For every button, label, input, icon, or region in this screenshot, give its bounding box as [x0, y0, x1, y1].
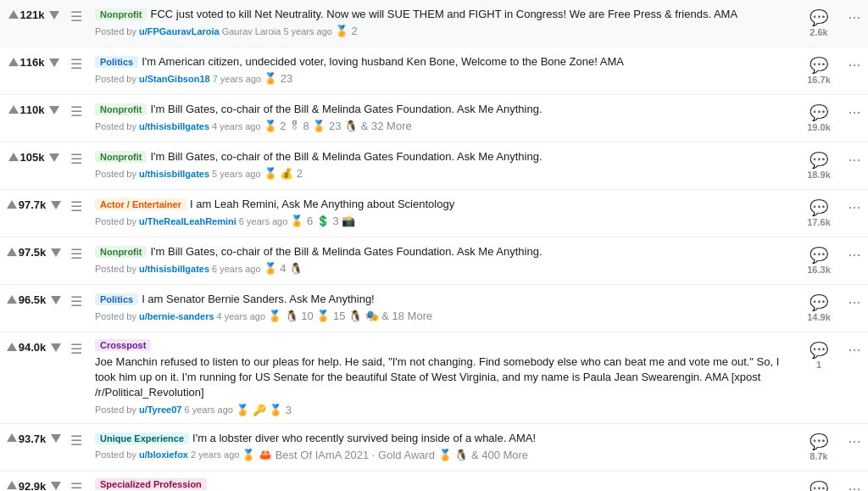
- upvote-arrow-icon[interactable]: [8, 105, 19, 114]
- post-flair[interactable]: Nonprofit: [95, 103, 147, 115]
- post-time: 6 years ago: [184, 405, 232, 415]
- comment-col[interactable]: 💬 19.0k: [793, 102, 844, 132]
- vote-column: 105k: [3, 149, 64, 164]
- post-title[interactable]: Joe Manchin refused to listen to our ple…: [95, 354, 787, 401]
- post-flair[interactable]: Nonprofit: [95, 8, 147, 20]
- post-title[interactable]: I am Senator Bernie Sanders. Ask Me Anyt…: [142, 292, 375, 307]
- more-options-button[interactable]: ···: [844, 244, 865, 264]
- doc-icon: ☰: [70, 103, 82, 120]
- upvote-arrow-icon[interactable]: [7, 433, 17, 442]
- comment-icon: 💬: [810, 432, 828, 451]
- downvote-arrow-icon[interactable]: [51, 296, 61, 304]
- post-flair[interactable]: Politics: [95, 293, 138, 305]
- post-title[interactable]: I'm a lobster diver who recently survive…: [192, 431, 536, 446]
- post-username[interactable]: u/thisisbillgates: [139, 169, 209, 179]
- downvote-arrow-icon[interactable]: [51, 248, 61, 257]
- comment-col[interactable]: 💬 1: [793, 339, 844, 370]
- post-username[interactable]: u/FPGauravLaroia: [139, 26, 220, 36]
- comment-col[interactable]: 💬 2.6k: [793, 7, 844, 37]
- doc-icon: ☰: [70, 151, 82, 167]
- comment-col[interactable]: 💬 8.7k: [793, 431, 844, 461]
- downvote-arrow-icon[interactable]: [51, 201, 61, 209]
- downvote-arrow-icon[interactable]: [51, 482, 61, 490]
- upvote-arrow-icon[interactable]: [7, 200, 17, 209]
- post-username[interactable]: u/bloxiefox: [139, 449, 188, 460]
- post-badges: 🏅 4 🐧: [264, 262, 303, 275]
- post-flair[interactable]: Actor / Entertainer: [95, 198, 186, 210]
- post-username[interactable]: u/StanGibson18: [139, 74, 210, 84]
- vote-count: 110k: [20, 103, 45, 116]
- downvote-arrow-icon[interactable]: [49, 153, 59, 162]
- post-time: 5 years ago: [212, 169, 260, 179]
- post-badges: 🏅 6 💲 3 📸: [290, 215, 355, 227]
- more-options-button[interactable]: ···: [844, 431, 865, 450]
- comment-col[interactable]: 💬 17.6k: [793, 197, 844, 227]
- downvote-arrow-icon[interactable]: [51, 343, 61, 352]
- comment-col[interactable]: 💬 4.1k: [793, 478, 844, 491]
- vote-column: 94.0k: [3, 339, 64, 354]
- post-flair[interactable]: Specialized Profession: [95, 478, 207, 490]
- more-options-button[interactable]: ···: [844, 478, 865, 491]
- post-flair[interactable]: Unique Experience: [95, 432, 189, 444]
- post-title[interactable]: I'm Bill Gates, co-chair of the Bill & M…: [150, 102, 542, 117]
- more-options-button[interactable]: ···: [844, 292, 865, 311]
- more-options-button[interactable]: ···: [844, 54, 865, 74]
- post-flair[interactable]: Nonprofit: [95, 246, 147, 258]
- more-options-button[interactable]: ···: [844, 149, 865, 169]
- post-username[interactable]: u/Tyree07: [139, 405, 182, 415]
- comment-icon: 💬: [810, 8, 828, 27]
- post-title[interactable]: I'm Bill Gates, co-chair of the Bill & M…: [150, 149, 542, 165]
- comment-col[interactable]: 💬 18.9k: [793, 149, 844, 180]
- comment-col[interactable]: 💬 16.7k: [793, 54, 844, 85]
- vote-column: 96.5k: [3, 292, 64, 306]
- upvote-arrow-icon[interactable]: [7, 343, 17, 351]
- post-username[interactable]: u/bernie-sanders: [139, 311, 214, 321]
- post-username[interactable]: u/TheRealLeahRemini: [139, 216, 236, 226]
- posted-by-label: Posted by: [95, 121, 136, 131]
- post-badges: 🏅 💰 2: [264, 167, 303, 180]
- upvote-arrow-icon[interactable]: [8, 153, 19, 161]
- post-row: 92.9k ☰ Specialized Profession I'm Alan …: [0, 471, 868, 491]
- post-icon-col: ☰: [64, 7, 88, 25]
- upvote-arrow-icon[interactable]: [8, 10, 19, 19]
- post-meta: Posted by u/thisisbillgates 4 years ago …: [95, 120, 787, 132]
- more-options-button[interactable]: ···: [844, 339, 865, 359]
- comment-count: 18.9k: [807, 170, 831, 180]
- more-options-button[interactable]: ···: [844, 102, 865, 121]
- post-meta: Posted by u/thisisbillgates 6 years ago …: [95, 262, 787, 275]
- downvote-arrow-icon[interactable]: [49, 59, 59, 67]
- downvote-arrow-icon[interactable]: [49, 11, 59, 20]
- post-username[interactable]: u/thisisbillgates: [139, 264, 209, 274]
- post-content: Crosspost Joe Manchin refused to listen …: [88, 339, 793, 416]
- upvote-arrow-icon[interactable]: [7, 248, 17, 256]
- post-row: 93.7k ☰ Unique Experience I'm a lobster …: [0, 424, 868, 471]
- post-meta: Posted by u/Tyree07 6 years ago 🏅 🔑 🏅 3: [95, 404, 787, 416]
- post-username[interactable]: u/thisisbillgates: [139, 121, 209, 131]
- comment-col[interactable]: 💬 16.3k: [793, 244, 844, 275]
- post-content: Nonprofit I'm Bill Gates, co-chair of th…: [88, 102, 793, 132]
- post-title[interactable]: FCC just voted to kill Net Neutrality. N…: [150, 7, 737, 22]
- post-title[interactable]: I'm Bill Gates, co-chair of the Bill & M…: [150, 244, 542, 259]
- comment-count: 8.7k: [810, 451, 827, 461]
- post-badges: 🏅 23: [264, 72, 292, 85]
- post-icon-col: ☰: [64, 292, 88, 310]
- upvote-arrow-icon[interactable]: [7, 295, 17, 304]
- comment-col[interactable]: 💬 14.9k: [793, 292, 844, 322]
- vote-column: 110k: [3, 102, 64, 116]
- downvote-arrow-icon[interactable]: [51, 434, 61, 443]
- post-title[interactable]: I am Leah Remini, Ask Me Anything about …: [190, 197, 454, 212]
- upvote-arrow-icon[interactable]: [7, 481, 17, 489]
- downvote-arrow-icon[interactable]: [49, 106, 59, 114]
- vote-count: 121k: [20, 8, 45, 21]
- post-flair[interactable]: Nonprofit: [95, 151, 147, 163]
- upvote-arrow-icon[interactable]: [8, 58, 19, 66]
- post-title-row: Actor / Entertainer I am Leah Remini, As…: [95, 197, 787, 212]
- post-icon-col: ☰: [64, 197, 88, 215]
- comment-count: 2.6k: [810, 27, 827, 37]
- post-flair[interactable]: Crosspost: [95, 339, 151, 351]
- more-options-button[interactable]: ···: [844, 7, 865, 26]
- more-options-button[interactable]: ···: [844, 197, 865, 216]
- post-flair[interactable]: Politics: [95, 56, 138, 68]
- post-title-row: Nonprofit I'm Bill Gates, co-chair of th…: [95, 149, 787, 165]
- post-title[interactable]: I'm American citizen, undecided voter, l…: [142, 54, 624, 70]
